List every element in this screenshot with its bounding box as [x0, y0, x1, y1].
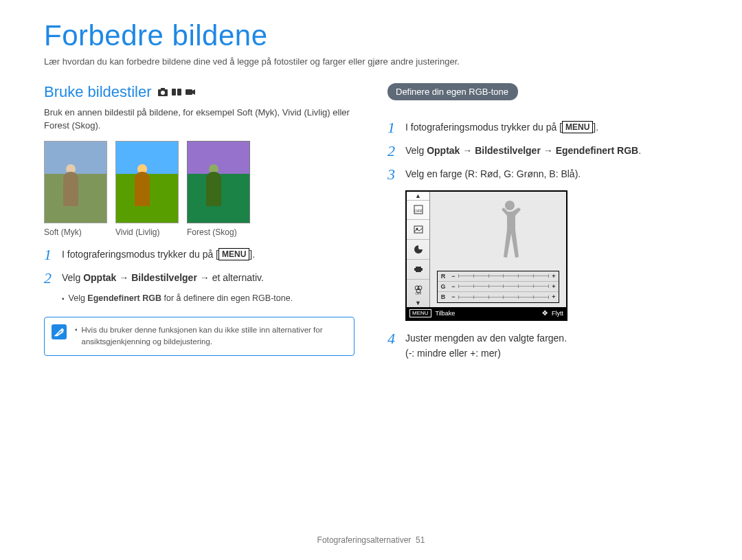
rgb-heading-pill: Definere din egen RGB-tone — [387, 83, 518, 100]
thumb-vivid — [115, 141, 179, 223]
mode-icons — [157, 87, 196, 98]
tip-icon — [52, 324, 67, 339]
ss-menu-badge: MENU — [409, 309, 431, 317]
thumb-soft — [44, 141, 107, 223]
dpad-icon: ✥ — [542, 309, 548, 317]
minus-icon: − — [449, 293, 458, 300]
thumb-label: Forest (Skog) — [187, 227, 250, 237]
sub-bullet: Velg Egendefinert RGB for å definere din… — [62, 293, 355, 304]
svg-text:OFF: OFF — [415, 291, 421, 295]
steps-left: 1 I fotograferingsmodus trykker du på [M… — [44, 247, 355, 287]
ss-icon-rgb-off: OFF — [407, 279, 429, 299]
dual-icon — [171, 87, 182, 98]
section-heading-styles: Bruke bildestiler — [44, 83, 355, 101]
steps-right-cont: 4 Juster mengden av den valgte fargen. (… — [387, 331, 698, 361]
svg-rect-5 — [186, 89, 192, 95]
thumbnail-row: Soft (Myk) Vivid (Livlig) Forest (Skog) — [44, 141, 355, 237]
step-text: Velg en farge (R: Rød, G: Grønn, B: Blå)… — [405, 166, 698, 183]
svg-rect-4 — [177, 89, 181, 96]
step-text: I fotograferingsmodus trykker du på [MEN… — [405, 120, 698, 136]
steps-right: 1 I fotograferingsmodus trykker du på [M… — [387, 120, 698, 183]
thumb-label: Soft (Myk) — [44, 227, 107, 237]
left-column: Bruke bildestiler Bruk en annen bildesti… — [44, 83, 355, 368]
step-number: 2 — [387, 143, 398, 159]
step-text: Velg Opptak → Bildestilvelger → et alter… — [62, 270, 355, 287]
ss-icon-off: OFF — [407, 200, 429, 220]
svg-rect-14 — [421, 271, 423, 272]
svg-rect-13 — [414, 271, 416, 272]
svg-rect-11 — [414, 267, 416, 268]
heading-text: Bruke bildestiler — [44, 83, 152, 101]
ss-main: R − + G − + B − — [430, 192, 566, 307]
camera-screenshot: ▲ OFF OFF ▼ R − — [405, 190, 567, 321]
intro-text: Lær hvordan du kan forbedre bildene dine… — [44, 56, 698, 67]
step-number: 1 — [387, 120, 398, 136]
page-title: Forbedre bildene — [44, 19, 698, 52]
step-text: I fotograferingsmodus trykker du på [MEN… — [62, 247, 355, 263]
tip-box: Hvis du bruker denne funksjonen kan du i… — [44, 317, 355, 356]
step-number: 3 — [387, 166, 398, 183]
step-text: Velg Opptak → Bildestilvelger → Egendefi… — [405, 143, 698, 159]
styles-description: Bruk en annen bildestil på bildene, for … — [44, 107, 355, 133]
thumb-forest — [187, 141, 250, 223]
plus-icon: + — [549, 273, 559, 280]
svg-rect-12 — [421, 267, 423, 268]
ss-back-label: Tilbake — [436, 310, 456, 317]
ss-bottom-bar: MENU Tilbake ✥ Flytt — [407, 307, 566, 320]
up-arrow-icon: ▲ — [407, 192, 429, 200]
ss-icon-film — [407, 259, 429, 279]
thumb-cell: Forest (Skog) — [187, 141, 250, 237]
ss-icon-image — [407, 219, 429, 239]
rgb-row-b: B − + — [438, 292, 559, 302]
rgb-row-g: G − + — [438, 282, 559, 292]
svg-point-1 — [161, 91, 165, 95]
page-footer: Fotograferingsalternativer 51 — [0, 535, 742, 545]
camera-icon — [157, 87, 168, 98]
ss-icon-palette — [407, 239, 429, 259]
thumb-label: Vivid (Livlig) — [115, 227, 179, 237]
step-number: 2 — [44, 270, 55, 287]
svg-rect-3 — [172, 89, 176, 96]
ss-rgb-panel: R − + G − + B − — [437, 271, 559, 303]
thumb-cell: Vivid (Livlig) — [115, 141, 179, 237]
menu-badge: MENU — [562, 121, 593, 133]
minus-icon: − — [449, 283, 458, 290]
svg-rect-2 — [161, 88, 165, 90]
svg-text:OFF: OFF — [414, 209, 423, 213]
minus-icon: − — [449, 273, 458, 280]
ss-move-label: Flytt — [552, 310, 563, 317]
step-number: 4 — [387, 331, 398, 361]
step-text: Juster mengden av den valgte fargen. (-:… — [405, 331, 698, 361]
ss-sidebar: ▲ OFF OFF ▼ — [407, 192, 430, 307]
video-icon — [185, 87, 196, 98]
plus-icon: + — [549, 293, 559, 300]
menu-badge: MENU — [218, 248, 249, 260]
plus-icon: + — [549, 283, 559, 290]
right-column: Definere din egen RGB-tone 1 I fotografe… — [387, 83, 698, 368]
thumb-cell: Soft (Myk) — [44, 141, 107, 237]
step-number: 1 — [44, 247, 55, 263]
tip-text: Hvis du bruker denne funksjonen kan du i… — [82, 324, 346, 348]
rgb-row-r: R − + — [438, 271, 559, 282]
down-arrow-icon: ▼ — [407, 299, 429, 307]
ss-silhouette — [493, 201, 527, 262]
